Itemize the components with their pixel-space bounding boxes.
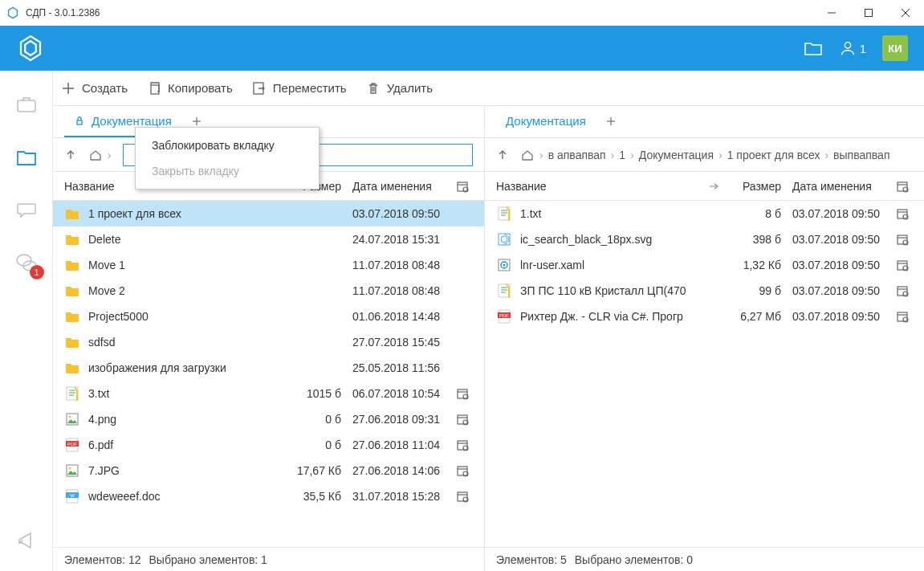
copy-button[interactable]: Копировать <box>147 81 233 96</box>
move-button[interactable]: Переместить <box>252 81 347 96</box>
file-name: sdfsd <box>88 336 285 349</box>
chevron-icon: › <box>539 149 543 161</box>
right-file-list: 1.txt8 б03.07.2018 09:50ic_search_black_… <box>485 201 924 547</box>
txt-icon <box>64 385 80 402</box>
img-icon <box>64 411 80 427</box>
svg-point-42 <box>69 467 71 470</box>
file-size: 35,5 Кб <box>285 490 348 503</box>
user-count: 1 <box>860 42 866 55</box>
right-columns: Название Размер Дата именения <box>485 172 924 201</box>
chevron-icon: › <box>630 149 634 161</box>
file-name: lnr-user.xaml <box>520 259 725 271</box>
file-cal-icon <box>452 464 473 477</box>
file-size: 17,67 Кб <box>285 464 348 477</box>
svg-text:PDF: PDF <box>67 442 77 447</box>
file-date: 27.07.2018 15:45 <box>348 336 452 349</box>
col-cal-right[interactable] <box>892 180 913 193</box>
tab-documentation-right[interactable]: Документация <box>496 106 596 137</box>
sidebar-briefcase[interactable] <box>15 93 38 116</box>
svg-rect-13 <box>151 85 159 94</box>
breadcrumb-item[interactable]: Документация <box>639 149 714 161</box>
file-name: Project5000 <box>88 310 285 323</box>
file-name: изображения для загрузки <box>88 361 285 374</box>
file-row[interactable]: PDFРихтер Дж. - CLR via C#. Прогр6,27 Мб… <box>485 304 924 329</box>
breadcrumb-item[interactable]: выпвапвап <box>833 149 889 161</box>
col-date-left[interactable]: Дата именения <box>348 180 452 193</box>
logo-icon <box>16 34 45 63</box>
file-row[interactable]: Move 111.07.2018 08:48 <box>53 252 484 278</box>
delete-button[interactable]: Удалить <box>366 81 433 96</box>
app-icon <box>6 6 19 19</box>
breadcrumb-item[interactable]: 1 <box>619 149 625 161</box>
file-row[interactable]: Move 211.07.2018 08:48 <box>53 278 484 304</box>
svg-rect-8 <box>18 100 35 112</box>
col-date-right[interactable]: Дата именения <box>788 180 892 193</box>
right-pane: Документация ›в апвапвап›1›Документация›… <box>485 106 924 571</box>
add-tab-right[interactable] <box>596 106 626 137</box>
sidebar-chats[interactable]: 1 <box>15 252 38 275</box>
up-button-left[interactable] <box>64 149 77 161</box>
home-button-left[interactable] <box>88 148 103 162</box>
doc-icon: W <box>64 488 80 504</box>
svg-icon <box>496 231 512 247</box>
breadcrumb-item[interactable]: 1 проект для всех <box>727 149 820 161</box>
menu-lock-tab[interactable]: Заблокировать вкладку <box>136 133 319 158</box>
col-cal-left[interactable] <box>452 180 473 193</box>
file-row[interactable]: PDF6.pdf0 б27.06.2018 11:04 <box>53 432 484 458</box>
create-button[interactable]: Создать <box>61 81 128 96</box>
col-pin-right[interactable] <box>702 182 725 190</box>
file-size: 0 б <box>285 413 348 426</box>
col-name-right[interactable]: Название <box>496 180 702 193</box>
home-button-right[interactable] <box>520 148 535 162</box>
file-name: 3.txt <box>88 387 285 400</box>
file-row[interactable]: ЗП ПС 110 кВ Кристалл ЦП(47099 б03.07.20… <box>485 278 924 304</box>
file-name: 7.JPG <box>88 464 285 477</box>
titlebar: СДП - 3.0.1.2386 <box>0 0 924 26</box>
file-row[interactable]: изображения для загрузки25.05.2018 11:56 <box>53 355 484 381</box>
folder-icon <box>64 206 80 222</box>
left-status: Элементов: 12 Выбрано элементов: 1 <box>53 547 484 571</box>
right-breadcrumbs: ›в апвапвап›1›Документация›1 проект для … <box>485 138 924 172</box>
file-size: 398 б <box>725 233 788 246</box>
chevron-icon: › <box>824 149 828 161</box>
move-label: Переместить <box>273 81 347 95</box>
file-name: 4.png <box>88 413 285 426</box>
up-button-right[interactable] <box>496 149 509 161</box>
header-user-button[interactable]: 1 <box>839 39 866 57</box>
maximize-button[interactable] <box>850 0 887 26</box>
chevron-icon: › <box>611 149 615 161</box>
minimize-button[interactable] <box>813 0 850 26</box>
file-cal-icon <box>892 207 913 220</box>
folder-icon <box>64 360 80 376</box>
sidebar-chat[interactable] <box>15 199 38 222</box>
sidebar-folder[interactable] <box>15 146 38 169</box>
file-date: 03.07.2018 09:50 <box>788 233 892 246</box>
close-button[interactable] <box>887 0 924 26</box>
col-size-right[interactable]: Размер <box>725 180 788 193</box>
file-row[interactable]: 4.png0 б27.06.2018 09:31 <box>53 406 484 432</box>
file-row[interactable]: lnr-user.xaml1,32 Кб03.07.2018 09:50 <box>485 252 924 278</box>
left-status-selected: Выбрано элементов: 1 <box>149 553 267 566</box>
avatar[interactable]: КИ <box>882 35 908 61</box>
file-row[interactable]: sdfsd27.07.2018 15:45 <box>53 329 484 355</box>
file-date: 31.07.2018 15:28 <box>348 490 452 503</box>
sidebar: 1 <box>0 71 53 571</box>
file-row[interactable]: Project500001.06.2018 14:48 <box>53 304 484 329</box>
file-date: 03.07.2018 09:50 <box>348 207 452 220</box>
right-tabs: Документация <box>485 106 924 138</box>
pdf-icon: PDF <box>496 308 512 324</box>
chevron-icon: › <box>108 149 112 161</box>
file-row[interactable]: 1.txt8 б03.07.2018 09:50 <box>485 201 924 226</box>
file-row[interactable]: 3.txt1015 б06.07.2018 10:54 <box>53 381 484 406</box>
header-folder-button[interactable] <box>804 40 823 56</box>
file-row[interactable]: 1 проект для всех03.07.2018 09:50 <box>53 201 484 226</box>
file-cal-icon <box>452 438 473 451</box>
img-icon <box>64 463 80 479</box>
file-row[interactable]: 7.JPG17,67 Кб27.06.2018 14:06 <box>53 458 484 483</box>
sidebar-announce[interactable] <box>15 529 38 552</box>
file-row[interactable]: Wwdeweeef.doc35,5 Кб31.07.2018 15:28 <box>53 483 484 509</box>
file-row[interactable]: ic_search_black_18px.svg398 б03.07.2018 … <box>485 226 924 252</box>
file-name: Move 2 <box>88 284 285 297</box>
file-row[interactable]: Delete24.07.2018 15:31 <box>53 226 484 252</box>
breadcrumb-item[interactable]: в апвапвап <box>548 149 606 161</box>
